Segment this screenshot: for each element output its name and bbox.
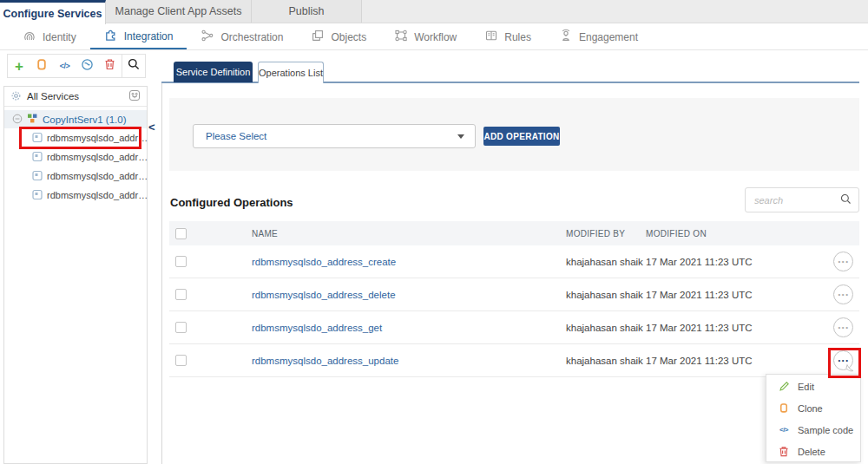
column-header-modified-on: MODIFIED ON [639,229,804,239]
nav-item-label: Orchestration [220,31,283,43]
tree-leaf-label: rdbmsmysqlsdo_addr… [47,133,148,143]
operation-name-link[interactable]: rdbmsmysqlsdo_address_delete [252,290,566,300]
add-operation-panel: Please Select ADD OPERATION [169,98,859,171]
api-spec-button[interactable] [76,55,99,77]
operation-select-dropdown[interactable]: Please Select [193,124,476,148]
row-checkbox[interactable] [175,289,187,300]
nav-item-engagement[interactable]: Engagement [545,24,652,49]
services-tree-panel: All Services CopyIntServ1 (1.0) rdbmsmys… [3,86,148,464]
rules-icon [484,29,498,45]
row-checkbox[interactable] [175,256,187,267]
row-actions-button-open[interactable]: ••• [833,350,853,370]
menu-item-sample-code[interactable]: </> Sample code [766,419,860,441]
tree-view-icon[interactable] [128,89,141,103]
document-icon [32,170,43,183]
modified-by-value: khajahasan shaik [566,290,639,300]
tree-leaf-operation[interactable]: rdbmsmysqlsdo_addr… [4,186,147,205]
operation-name-link[interactable]: rdbmsmysqlsdo_address_create [252,257,566,267]
operation-select-value: Please Select [206,131,457,141]
table-row: rdbmsmysqlsdo_address_update khajahasan … [169,344,859,377]
menu-item-delete[interactable]: Delete [766,441,860,462]
tree-leaf-operation[interactable]: rdbmsmysqlsdo_addr… [4,167,147,186]
nav-item-label: Integration [124,30,174,42]
delete-service-button[interactable] [99,55,122,77]
sample-code-button[interactable]: </> [53,55,76,77]
tree-node-copyintserv1[interactable]: CopyIntServ1 (1.0) [4,110,147,128]
puzzle-icon [104,28,118,44]
select-all-checkbox[interactable] [175,228,187,239]
row-actions-button[interactable]: ••• [833,284,853,304]
all-services-label: All Services [27,91,79,101]
nav-item-label: Rules [504,31,531,43]
plus-icon: + [15,59,23,74]
row-actions-button[interactable]: ••• [833,317,853,337]
orchestration-icon [201,29,214,45]
tab-configure-services[interactable]: Configure Services [0,0,106,24]
menu-item-label: Edit [798,382,814,392]
delete-icon [778,446,790,457]
menu-item-label: Delete [798,447,825,457]
table-row: rdbmsmysqlsdo_address_get khajahasan sha… [169,311,859,344]
row-actions-button[interactable]: ••• [833,252,853,271]
nav-item-orchestration[interactable]: Orchestration [187,24,297,49]
row-actions-context-menu: Edit Clone </> Sample code Delete [766,374,861,462]
nav-item-label: Identity [43,31,76,43]
clone-icon [36,58,48,75]
modified-by-value: khajahasan shaik [566,356,639,366]
column-header-modified-by: MODIFIED BY [566,229,639,239]
tab-operations-list[interactable]: Operations List [258,62,324,83]
tab-manage-client-app-assets[interactable]: Manage Client App Assets [106,0,252,23]
add-operation-button[interactable]: ADD OPERATION [483,127,560,146]
tab-publish[interactable]: Publish [252,0,362,23]
modified-by-value: khajahasan shaik [566,323,639,333]
operations-search-input[interactable] [754,195,840,206]
tab-label: Publish [289,5,325,17]
search-icon[interactable] [840,193,852,208]
ellipsis-icon: ••• [838,258,850,265]
tab-label: Service Definition [176,67,251,77]
clone-icon [778,402,790,414]
menu-item-label: Clone [798,403,823,414]
tab-service-definition[interactable]: Service Definition [174,62,253,82]
nav-item-rules[interactable]: Rules [470,24,545,49]
document-icon [32,189,43,202]
operations-search-box [745,187,859,212]
tab-label: Manage Client App Assets [115,5,242,17]
module-nav: Identity Integration Orchestration Objec… [0,24,868,50]
tree-leaf-operation[interactable]: rdbmsmysqlsdo_addr… [4,147,147,167]
engagement-icon [559,29,573,45]
collapse-minus-icon[interactable] [12,114,23,126]
nav-item-identity[interactable]: Identity [9,24,90,49]
services-toolbar: + </> [7,54,146,78]
tree-leaf-label: rdbmsmysqlsdo_addr… [47,190,148,200]
top-tab-bar: Configure Services Manage Client App Ass… [0,0,868,23]
edit-icon [778,381,790,392]
sidebar-collapse-chevron[interactable]: < [148,121,155,134]
nav-item-objects[interactable]: Objects [297,24,380,49]
api-icon [81,58,94,75]
menu-item-label: Sample code [798,425,853,435]
clone-service-button[interactable] [30,55,53,77]
table-row: rdbmsmysqlsdo_address_delete khajahasan … [169,278,859,311]
operation-name-link[interactable]: rdbmsmysqlsdo_address_get [252,323,566,333]
ellipsis-icon: ••• [838,291,850,298]
search-services-button[interactable] [122,55,145,77]
nav-item-workflow[interactable]: Workflow [380,24,470,49]
nav-item-label: Objects [331,31,366,43]
modified-by-value: khajahasan shaik [566,257,639,267]
document-icon [32,132,43,145]
column-header-name: NAME [252,229,566,239]
ellipsis-icon: ••• [838,324,850,331]
all-services-row[interactable]: All Services [4,87,147,107]
operation-name-link[interactable]: rdbmsmysqlsdo_address_update [252,356,566,366]
tree-leaf-operation[interactable]: rdbmsmysqlsdo_addr… [4,128,147,147]
add-service-button[interactable]: + [8,55,30,77]
sample-code-icon: </> [778,426,790,434]
menu-item-clone[interactable]: Clone [766,397,860,419]
modified-on-value: 17 Mar 2021 11:23 UTC [639,257,804,267]
menu-item-edit[interactable]: Edit [766,376,860,397]
row-checkbox[interactable] [175,322,187,333]
nav-item-integration[interactable]: Integration [90,24,187,49]
tree-leaf-label: rdbmsmysqlsdo_addr… [47,171,148,181]
row-checkbox[interactable] [175,355,187,366]
